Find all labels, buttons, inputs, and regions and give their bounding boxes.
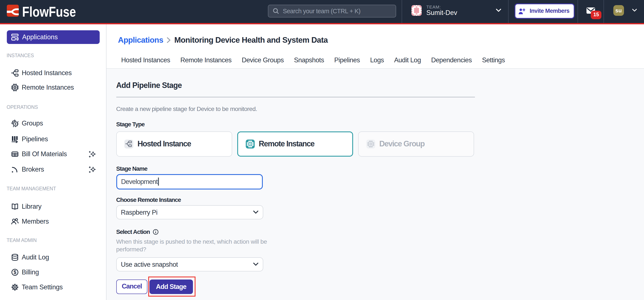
- svg-text:$: $: [14, 269, 16, 275]
